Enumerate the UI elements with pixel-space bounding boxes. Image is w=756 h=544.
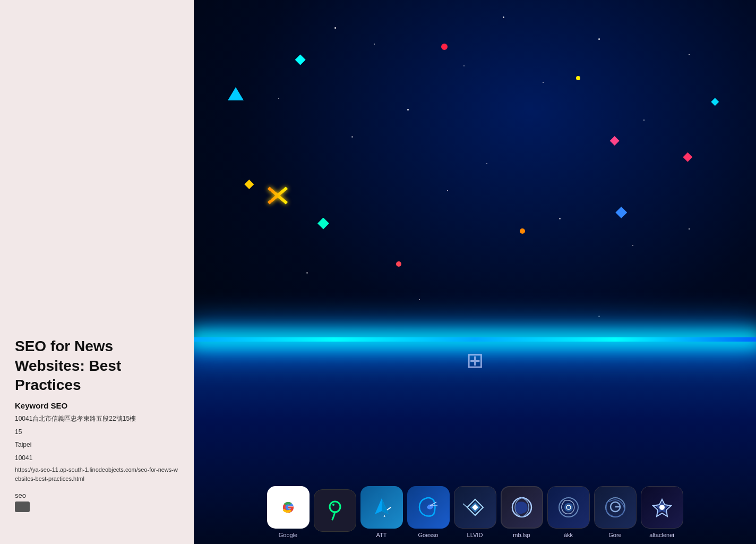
- app-label-att: ATT: [376, 532, 387, 538]
- app-label-google: Google: [279, 532, 297, 538]
- gem-red: [441, 44, 448, 50]
- hash-symbol: ⊞: [466, 348, 484, 372]
- app-label-gore: Gore: [608, 532, 621, 538]
- svg-point-1: [330, 502, 340, 512]
- app-label-llvid: LLVID: [467, 532, 483, 538]
- address-line: 10041台北市信義區忠孝東路五段22號15樓: [15, 413, 179, 424]
- app-icon-google[interactable]: [267, 486, 310, 529]
- app-wrapper-goesso[interactable]: Goesso: [407, 486, 450, 538]
- app-wrapper-mbisp[interactable]: mb.lsp: [501, 486, 543, 538]
- gem-red2: [396, 261, 401, 267]
- app-bar: Google + ATT: [194, 480, 756, 544]
- app-icon-mbisp[interactable]: [501, 486, 543, 529]
- url-line[interactable]: https://ya-seo-11.ap-south-1.linodeobjec…: [15, 465, 179, 483]
- star: [543, 82, 544, 83]
- star: [486, 163, 487, 164]
- number-line: 15: [15, 427, 179, 437]
- app-icon-altaclenei[interactable]: [641, 486, 683, 529]
- app-icon-snake[interactable]: [314, 489, 356, 532]
- app-label-goesso: Goesso: [418, 532, 439, 538]
- left-panel: SEO for News Websites: Best Practices Ke…: [0, 0, 194, 544]
- star: [351, 136, 353, 138]
- app-wrapper-llvid[interactable]: LLVID: [454, 486, 496, 538]
- right-panel: ⊞ Google: [194, 0, 756, 544]
- tag-icon: [15, 502, 30, 512]
- svg-text:+: +: [383, 514, 386, 518]
- gem-cyan: [228, 87, 244, 100]
- star: [419, 299, 420, 300]
- horizon-line: [194, 337, 756, 342]
- svg-line-3: [387, 507, 391, 510]
- app-label-altaclenei: altaclenei: [649, 532, 674, 538]
- seo-tag: seo: [15, 491, 179, 499]
- app-wrapper-att[interactable]: + ATT: [360, 486, 403, 538]
- keyword-label: Keyword SEO: [15, 401, 179, 410]
- svg-point-19: [659, 505, 665, 510]
- city-line: Taipei: [15, 439, 179, 450]
- app-icon-goesso[interactable]: [407, 486, 450, 529]
- star: [374, 44, 375, 45]
- page-title: SEO for News Websites: Best Practices: [15, 337, 179, 395]
- app-icon-gore[interactable]: [594, 486, 637, 529]
- star: [334, 27, 336, 29]
- app-wrapper-akk[interactable]: àkk: [547, 486, 590, 538]
- star: [689, 228, 690, 230]
- svg-point-13: [564, 503, 573, 512]
- app-wrapper-google[interactable]: Google: [267, 486, 310, 538]
- app-wrapper-gore[interactable]: Gore: [594, 486, 637, 538]
- app-icon-akk[interactable]: [547, 486, 590, 529]
- cross-decoration: [267, 185, 288, 206]
- postal-line: 10041: [15, 453, 179, 463]
- star: [632, 245, 633, 246]
- app-icon-att[interactable]: +: [360, 486, 403, 529]
- svg-line-10: [463, 504, 467, 507]
- app-wrapper-snake[interactable]: [314, 489, 356, 535]
- app-label-mbisp: mb.lsp: [513, 532, 530, 538]
- app-icon-llvid[interactable]: [454, 486, 496, 529]
- svg-point-2: [332, 504, 334, 506]
- app-label-akk: àkk: [564, 532, 573, 538]
- star: [306, 272, 308, 274]
- app-wrapper-altaclenei[interactable]: altaclenei: [641, 486, 683, 538]
- tags-area: seo: [15, 491, 179, 512]
